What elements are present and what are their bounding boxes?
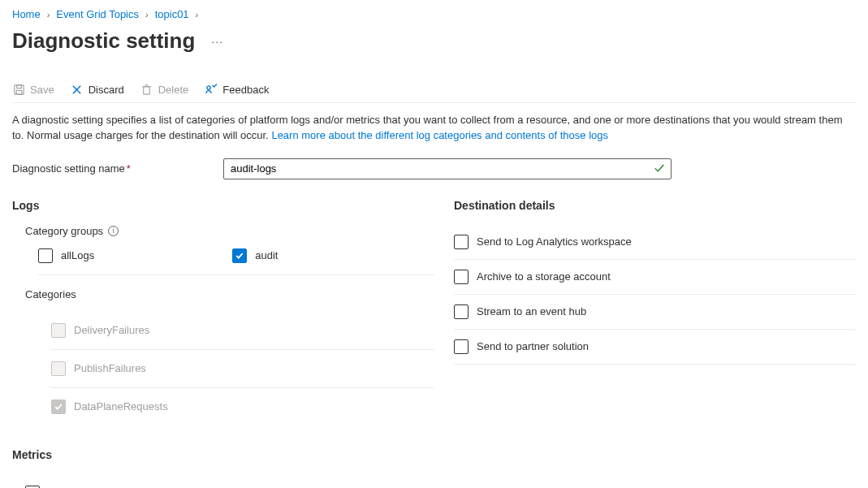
- dest-eventhub-label: Stream to an event hub: [477, 305, 586, 317]
- description-text: A diagnostic setting specifies a list of…: [12, 113, 856, 144]
- page-title: Diagnostic setting: [12, 28, 195, 54]
- dest-loganalytics-checkbox[interactable]: [454, 235, 469, 249]
- dest-partner-checkbox[interactable]: [454, 339, 469, 354]
- chevron-right-icon: ›: [196, 10, 199, 19]
- discard-label: Discard: [89, 84, 124, 96]
- alllogs-checkbox[interactable]: [38, 248, 53, 263]
- category-groups-heading: Category groups i: [25, 225, 434, 237]
- deliveryfailures-checkbox: [51, 323, 66, 338]
- required-indicator: *: [127, 162, 131, 175]
- svg-rect-0: [14, 84, 23, 93]
- dest-eventhub-checkbox[interactable]: [454, 304, 469, 319]
- logs-heading: Logs: [12, 199, 434, 212]
- save-label: Save: [30, 84, 54, 96]
- delete-label: Delete: [158, 84, 189, 96]
- feedback-label: Feedback: [222, 84, 269, 96]
- feedback-icon: [205, 83, 218, 96]
- svg-point-8: [207, 86, 210, 89]
- chevron-right-icon: ›: [47, 10, 50, 19]
- checkmark-icon: [654, 162, 665, 175]
- breadcrumb-event-grid-topics[interactable]: Event Grid Topics: [56, 8, 139, 20]
- save-button[interactable]: Save: [12, 83, 54, 96]
- discard-button[interactable]: Discard: [71, 83, 124, 96]
- publishfailures-checkbox-item: PublishFailures: [51, 361, 434, 376]
- delete-icon: [140, 83, 153, 96]
- dest-storage-item[interactable]: Archive to a storage account: [454, 270, 856, 284]
- alllogs-label: allLogs: [61, 249, 94, 261]
- toolbar: Save Discard Delete Feedback: [12, 76, 856, 103]
- svg-rect-1: [16, 84, 21, 88]
- learn-more-link[interactable]: Learn more about the different log categ…: [271, 129, 608, 141]
- destination-heading: Destination details: [454, 199, 856, 212]
- more-actions-button[interactable]: ···: [208, 32, 227, 51]
- categories-heading: Categories: [25, 288, 434, 300]
- dataplanerequests-checkbox: [51, 399, 66, 414]
- name-row: Diagnostic setting name*: [12, 158, 856, 179]
- chevron-right-icon: ›: [145, 10, 149, 19]
- deliveryfailures-checkbox-item: DeliveryFailures: [51, 323, 434, 338]
- svg-rect-5: [144, 86, 150, 93]
- dest-storage-checkbox[interactable]: [454, 270, 469, 284]
- dest-partner-item[interactable]: Send to partner solution: [454, 339, 856, 354]
- breadcrumb-home[interactable]: Home: [12, 8, 41, 20]
- dest-loganalytics-item[interactable]: Send to Log Analytics workspace: [454, 235, 856, 249]
- dest-loganalytics-label: Send to Log Analytics workspace: [477, 235, 632, 248]
- diagnostic-name-label: Diagnostic setting name*: [12, 162, 214, 175]
- title-row: Diagnostic setting ···: [12, 28, 856, 54]
- dest-partner-label: Send to partner solution: [477, 340, 589, 352]
- audit-label: audit: [255, 249, 278, 261]
- info-icon[interactable]: i: [108, 226, 119, 236]
- dest-storage-label: Archive to a storage account: [477, 270, 611, 283]
- breadcrumb: Home › Event Grid Topics › topic01 ›: [12, 8, 856, 20]
- breadcrumb-topic01[interactable]: topic01: [155, 8, 189, 20]
- save-icon: [12, 83, 25, 96]
- audit-checkbox[interactable]: [232, 248, 247, 263]
- delete-button[interactable]: Delete: [140, 83, 189, 96]
- alllogs-checkbox-item[interactable]: allLogs: [38, 248, 94, 263]
- audit-checkbox-item[interactable]: audit: [232, 248, 278, 263]
- publishfailures-label: PublishFailures: [74, 362, 146, 374]
- deliveryfailures-label: DeliveryFailures: [74, 324, 149, 336]
- dataplanerequests-label: DataPlaneRequests: [74, 400, 168, 412]
- discard-icon: [71, 83, 84, 96]
- dataplanerequests-checkbox-item: DataPlaneRequests: [51, 399, 434, 414]
- metrics-heading: Metrics: [12, 448, 434, 461]
- feedback-button[interactable]: Feedback: [205, 83, 269, 96]
- svg-rect-2: [16, 90, 22, 94]
- diagnostic-name-input[interactable]: [223, 158, 672, 179]
- dest-eventhub-item[interactable]: Stream to an event hub: [454, 304, 856, 319]
- publishfailures-checkbox: [51, 361, 66, 376]
